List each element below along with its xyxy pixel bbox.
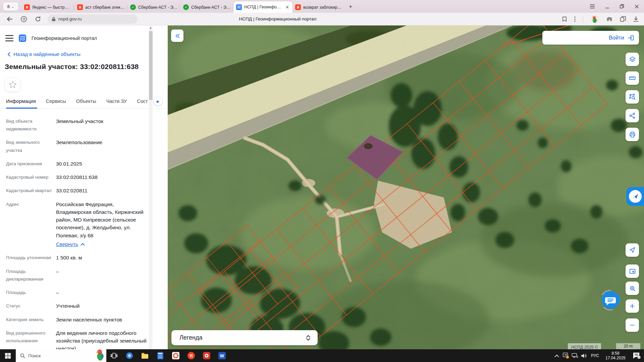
restore-button[interactable] — [614, 0, 629, 13]
measure-objects-button[interactable] — [626, 90, 639, 104]
field-row: Вид земельного участка Землепользование — [6, 138, 149, 154]
scale-label: 20 m — [624, 344, 633, 349]
browser-tab[interactable]: Я аст сбербанк электронна — [74, 2, 127, 13]
plus-icon — [629, 303, 635, 309]
yandex-browser-icon: Я — [187, 352, 195, 360]
network-icon[interactable] — [570, 353, 579, 359]
printer-icon — [629, 131, 636, 138]
mini-map-button[interactable] — [626, 264, 639, 278]
app-folder[interactable] — [137, 349, 153, 362]
collapse-panel-button[interactable] — [171, 29, 183, 42]
browser-menu-icon[interactable] — [585, 0, 600, 13]
taskbar-search[interactable]: Поиск — [16, 349, 106, 362]
locate-button[interactable] — [626, 243, 639, 257]
field-row: Дата присвоения 30.01.2025 — [6, 160, 149, 168]
minimize-button[interactable] — [600, 0, 614, 13]
app-word[interactable]: W — [214, 349, 230, 362]
parrot-avatar — [96, 349, 105, 362]
notification-center-button[interactable]: 1 — [629, 352, 644, 360]
tab-title: Яндекс — быстрый поиск — [32, 5, 72, 10]
feedback-tab[interactable] — [626, 187, 644, 206]
tab-objects[interactable]: Объекты — [76, 99, 96, 104]
scrollbar-up-arrow[interactable] — [150, 27, 152, 29]
layers-button[interactable] — [626, 53, 639, 66]
chat-assistant-button[interactable] — [599, 289, 622, 311]
language-indicator[interactable]: РУС — [588, 353, 602, 358]
time: 8:58 — [602, 351, 629, 356]
toolbar-right-icons — [562, 15, 639, 23]
tab-counter[interactable]: 6 ⌄ — [3, 2, 19, 11]
browser-toolbar: Я nspd.gov.ru НСПД | Геоинформационный п… — [0, 13, 644, 25]
favorite-button[interactable] — [5, 78, 20, 92]
tab-information[interactable]: Информация — [6, 99, 36, 104]
field-value: Земельный участок — [56, 117, 149, 133]
print-button[interactable] — [626, 128, 639, 141]
panel-scrollbar[interactable] — [149, 25, 153, 349]
close-window-button[interactable] — [629, 0, 644, 13]
attribute-list: Вид объекта недвижимости Земельный участ… — [0, 109, 168, 349]
yandex-icon: Я — [24, 4, 30, 10]
reload-icon[interactable] — [34, 16, 42, 22]
field-label: Адрес — [6, 200, 56, 248]
browser-tab[interactable]: ✓ Сбербанк-АСТ - Электро — [127, 2, 180, 13]
new-tab-button[interactable]: + — [345, 2, 356, 12]
yandex-home-icon[interactable]: Я — [19, 16, 28, 22]
back-icon[interactable] — [5, 16, 14, 22]
date: 17.04.2025 — [602, 356, 629, 360]
field-value: 33:02:020811 — [56, 187, 149, 194]
zoom-out-button[interactable] — [626, 318, 639, 332]
tab-title: Сбербанк-АСТ - Электро — [138, 5, 178, 10]
profile-avatar[interactable] — [591, 15, 599, 23]
search-area-button[interactable] — [626, 282, 639, 295]
legend-bar[interactable]: Легенда — [171, 330, 318, 345]
map-viewport[interactable]: Войти — [168, 25, 644, 349]
app-yandex-browser[interactable]: Я — [183, 349, 199, 362]
field-value: 1 500 кв. м — [56, 254, 149, 261]
app-browser-blue[interactable] — [122, 349, 137, 362]
back-to-results-link[interactable]: Назад в найденные объекты — [7, 51, 168, 57]
bookmark-icon[interactable] — [562, 16, 567, 22]
browser-tab[interactable]: Я Яндекс — быстрый поиск — [21, 2, 74, 13]
windows-icon — [5, 353, 11, 359]
app-orange-o[interactable] — [168, 349, 183, 362]
address-text: Российская Федерация, Владимирская облас… — [56, 201, 144, 238]
share-button[interactable] — [626, 109, 639, 122]
browser-tab-active[interactable]: НСПД | Геоинформаци ✕ — [233, 1, 292, 13]
taskbar: Поиск Я W — [0, 349, 644, 362]
login-bar[interactable]: Войти — [542, 31, 639, 45]
scrollbar-thumb[interactable] — [149, 31, 153, 100]
field-value: 33:02:020811:638 — [56, 173, 149, 181]
tabs-scroll-right-button[interactable]: ▶ — [154, 97, 162, 106]
field-label: Вид объекта недвижимости — [6, 117, 56, 133]
address-bar[interactable]: nspd.gov.ru — [48, 14, 138, 24]
field-row: Площадь уточненная 1 500 кв. м — [6, 254, 149, 261]
tab-title: НСПД | Геоинформаци — [244, 5, 282, 9]
field-value: 30.01.2025 — [56, 160, 149, 168]
clock[interactable]: 8:58 17.04.2025 — [602, 351, 629, 360]
collections-icon[interactable] — [620, 16, 626, 22]
collapse-address-link[interactable]: Свернуть — [56, 241, 85, 248]
tab-composition[interactable]: Сост — [137, 99, 148, 104]
zoom-in-button[interactable] — [626, 299, 639, 313]
tab-services[interactable]: Сервисы — [46, 99, 66, 104]
browser-tab[interactable]: ✓ Сбербанк-АСТ - Электро — [180, 2, 233, 13]
tab-parcel-parts[interactable]: Части ЗУ — [106, 99, 127, 104]
volume-icon[interactable] — [579, 353, 588, 359]
login-label: Войти — [609, 35, 624, 41]
task-view-button[interactable] — [106, 349, 122, 362]
app-calculator[interactable] — [153, 349, 168, 362]
notification-icon: 1 — [632, 352, 641, 360]
more-vertical-icon[interactable] — [574, 16, 576, 22]
close-icon[interactable]: ✕ — [285, 5, 290, 10]
sync-tray-icon[interactable] — [561, 352, 570, 359]
ruler-button[interactable] — [626, 71, 639, 85]
download-icon[interactable] — [633, 16, 639, 22]
hamburger-menu-icon[interactable] — [5, 35, 13, 42]
field-label: Кадастровый квартал — [6, 187, 56, 194]
start-button[interactable] — [0, 349, 16, 362]
browser-tab[interactable]: Я возврат заблокированно — [292, 2, 345, 13]
app-red[interactable] — [199, 349, 214, 362]
field-label: Дата присвоения — [6, 160, 56, 168]
tray-expand-icon[interactable] — [552, 354, 561, 357]
incognito-icon[interactable] — [606, 17, 613, 21]
